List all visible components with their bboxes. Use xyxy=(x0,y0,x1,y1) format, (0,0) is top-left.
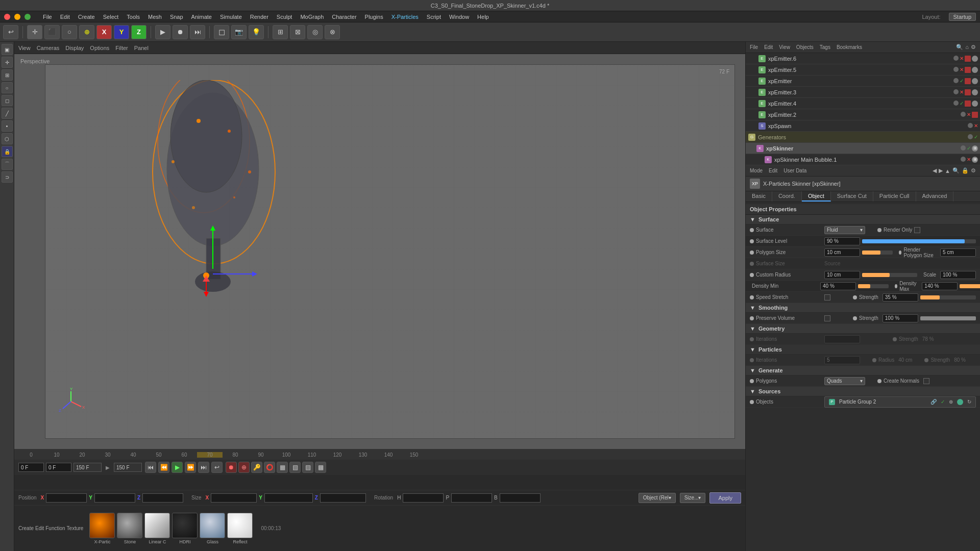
current-frame-input[interactable] xyxy=(18,463,44,472)
tab-advanced[interactable]: Advanced xyxy=(916,191,954,202)
sidebar-rotate[interactable]: ○ xyxy=(2,82,13,93)
close-btn[interactable] xyxy=(4,14,10,20)
size-x-input[interactable]: 447.098 cm xyxy=(211,493,257,503)
menu-xparticles[interactable]: X-Particles xyxy=(391,14,419,20)
menu-create[interactable]: Create xyxy=(78,14,95,20)
scale-tool[interactable]: ⊕ xyxy=(79,25,94,39)
source-link-icon[interactable]: 🔗 xyxy=(930,399,937,405)
maximize-btn[interactable] xyxy=(24,14,31,20)
start-frame-input[interactable] xyxy=(46,463,71,472)
density-min-slider[interactable] xyxy=(858,284,889,288)
material-glass[interactable]: Glass xyxy=(200,513,225,544)
menu-help[interactable]: Help xyxy=(477,14,489,20)
vr-btn[interactable]: ⊗ xyxy=(325,25,340,39)
step-back-btn[interactable]: ⏪ xyxy=(158,462,169,473)
tab-particle-cull[interactable]: Particle Cull xyxy=(873,191,916,202)
size-z-input[interactable]: 575.496 cm xyxy=(320,493,366,503)
menu-file[interactable]: File xyxy=(43,14,52,20)
obj-row-emitter4[interactable]: E xpEmitter.4 ✓ xyxy=(746,98,980,109)
menu-select[interactable]: Select xyxy=(103,14,119,20)
density-max-slider[interactable] xyxy=(960,284,980,288)
motion4-btn[interactable]: ▩ xyxy=(315,462,326,473)
playback-btn[interactable]: ▶ xyxy=(155,25,170,39)
polygon-size-input[interactable] xyxy=(824,248,860,257)
sidebar-scale[interactable]: ⊞ xyxy=(2,69,13,81)
props-lock-icon[interactable]: 🔒 xyxy=(962,167,969,174)
auto-key-btn[interactable]: ⊕ xyxy=(238,462,250,473)
smooth-strength-slider[interactable] xyxy=(920,316,976,320)
tags-menu[interactable]: Tags xyxy=(820,44,830,50)
play-btn[interactable]: ▶ xyxy=(172,462,183,473)
props-userdata-menu[interactable]: User Data xyxy=(783,168,806,173)
props-gear-icon[interactable]: ⚙ xyxy=(971,167,976,174)
mat-function-btn[interactable]: Function xyxy=(45,525,65,531)
sidebar-select[interactable]: ▣ xyxy=(2,44,13,55)
mat-edit-btn[interactable]: Edit xyxy=(35,525,44,531)
coord-dropdown[interactable]: Object (Rel ▾ xyxy=(639,493,676,503)
rot-h-input[interactable]: 0 ° xyxy=(403,493,444,503)
pos-x-input[interactable]: 0 cm xyxy=(46,493,87,503)
menu-tools[interactable]: Tools xyxy=(127,14,140,20)
obj-row-emitter2[interactable]: E xpEmitter.2 ✕ xyxy=(746,109,980,120)
tab-object[interactable]: Object xyxy=(802,191,831,202)
surface-dropdown[interactable]: Fluid ▾ xyxy=(824,226,865,234)
surface-section-header[interactable]: ▼ Surface xyxy=(746,215,980,224)
sidebar-lock[interactable]: 🔒 xyxy=(2,146,13,157)
menu-snap[interactable]: Snap xyxy=(170,14,183,20)
minimize-btn[interactable] xyxy=(14,14,20,20)
menu-sculpt[interactable]: Sculpt xyxy=(277,14,292,20)
part-iter-input[interactable] xyxy=(824,356,860,364)
layout-value[interactable]: Startup xyxy=(949,13,976,21)
select-tool[interactable]: ⬛ xyxy=(44,25,60,39)
menu-plugins[interactable]: Plugins xyxy=(365,14,383,20)
lights-btn[interactable]: 💡 xyxy=(249,25,264,39)
smoothing-section-header[interactable]: ▼ Smoothing xyxy=(746,303,980,313)
tool-z[interactable]: Z xyxy=(131,25,146,39)
snap-btn[interactable]: ⊞ xyxy=(273,25,288,39)
render-only-checkbox[interactable] xyxy=(914,227,920,233)
menu-render[interactable]: Render xyxy=(250,14,268,20)
geometry-section-header[interactable]: ▼ Geometry xyxy=(746,324,980,334)
menu-mesh[interactable]: Mesh xyxy=(148,14,162,20)
props-edit-menu[interactable]: Edit xyxy=(769,168,777,173)
vp-panel-menu[interactable]: Panel xyxy=(134,45,149,51)
strength-input[interactable] xyxy=(883,293,918,302)
smooth-strength-input[interactable] xyxy=(883,314,918,322)
create-normals-checkbox[interactable] xyxy=(923,378,929,384)
bookmarks-menu[interactable]: Bookmarks xyxy=(837,44,862,50)
obj-row-emitter[interactable]: E xpEmitter ✓ xyxy=(746,76,980,87)
menu-edit[interactable]: Edit xyxy=(60,14,70,20)
strength-slider[interactable] xyxy=(920,295,976,299)
rot-p-input[interactable]: 0 ° xyxy=(451,493,492,503)
motion2-btn[interactable]: ▧ xyxy=(289,462,301,473)
material-reflect[interactable]: Reflect xyxy=(227,513,253,544)
sidebar-obj[interactable]: ⬡ xyxy=(2,133,13,144)
menu-script[interactable]: Script xyxy=(427,14,441,20)
sidebar-point[interactable]: • xyxy=(2,120,13,132)
material-hdri[interactable]: HDRI xyxy=(172,513,198,544)
sidebar-edge[interactable]: ╱ xyxy=(2,108,13,119)
keyframe-btn[interactable]: ⏭ xyxy=(190,25,205,39)
pos-y-input[interactable]: 0 cm xyxy=(94,493,135,503)
size-dropdown[interactable]: Size... ▾ xyxy=(680,493,706,503)
sidebar-spline[interactable]: ⌒ xyxy=(2,159,13,170)
obj-row-skinner[interactable]: K xpSkinner ✓ ⊞ xyxy=(746,143,980,154)
key-all-btn[interactable]: 🔑 xyxy=(251,462,262,473)
obj-row-spawn[interactable]: S xpSpawn ✕ xyxy=(746,120,980,132)
sources-section-header[interactable]: ▼ Sources xyxy=(746,387,980,396)
vp-filter-menu[interactable]: Filter xyxy=(115,45,128,51)
grid-btn[interactable]: ⊠ xyxy=(290,25,305,39)
preview-end-input[interactable] xyxy=(114,463,142,472)
render-poly-size-input[interactable] xyxy=(940,248,976,257)
motion-btn[interactable]: ▦ xyxy=(277,462,288,473)
geom-iter-input[interactable] xyxy=(824,335,860,343)
particle-group-display[interactable]: P Particle Group 2 🔗 ✓ ⊕ ↻ xyxy=(824,396,976,408)
polygons-dropdown[interactable]: Quads ▾ xyxy=(824,377,865,385)
density-max-input[interactable] xyxy=(922,282,958,290)
obj-row-generators[interactable]: G Generators ✓ xyxy=(746,132,980,143)
scale-input[interactable] xyxy=(940,271,976,279)
density-min-input[interactable] xyxy=(820,282,856,290)
objects-menu[interactable]: Objects xyxy=(796,44,814,50)
source-refresh-icon[interactable]: ↻ xyxy=(967,399,971,405)
custom-radius-slider[interactable] xyxy=(862,273,917,277)
